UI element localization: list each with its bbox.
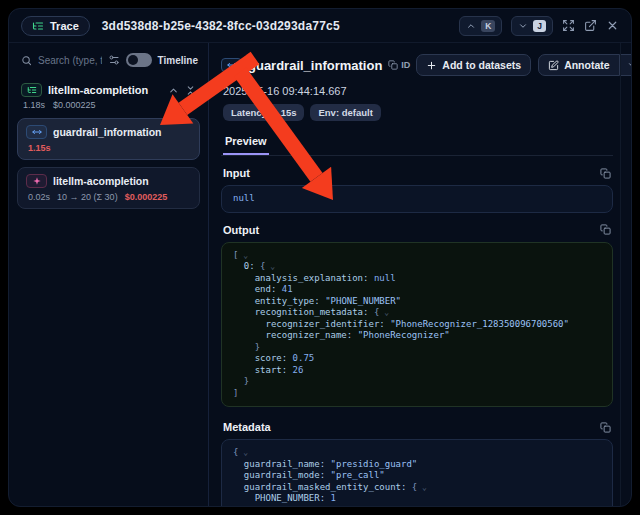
copy-icon	[600, 422, 611, 433]
annotate-dropdown-button[interactable]	[620, 54, 632, 76]
search-input[interactable]	[38, 55, 102, 66]
observation-detail-panel: guardrail_information ID Add to datasets…	[209, 43, 631, 506]
chevron-down-icon	[518, 21, 528, 31]
trace-id: 3dd538d8-b25e-4382-8fcc-03d293da77c5	[102, 19, 340, 33]
copy-icon	[600, 168, 611, 179]
move-horizontal-icon	[227, 60, 237, 70]
timeline-label: Timeline	[158, 55, 198, 66]
copy-id-button[interactable]: ID	[388, 60, 410, 70]
close-icon	[606, 19, 619, 32]
trace-detail-window: Trace 3dd538d8-b25e-4382-8fcc-03d293da77…	[8, 8, 632, 507]
move-horizontal-icon	[32, 127, 42, 137]
copy-output-button[interactable]	[600, 224, 611, 235]
span-type-badge	[221, 58, 242, 72]
root-latency: 1.18s	[23, 100, 45, 110]
tab-bar: Preview	[221, 131, 613, 156]
output-section-title: Output	[223, 224, 600, 236]
open-external-button[interactable]	[584, 19, 597, 32]
copy-input-button[interactable]	[600, 168, 611, 179]
tree-root-item[interactable]: litellm-acompletion	[17, 77, 200, 100]
generation-tokens: 10 → 20 (Σ 30)	[57, 192, 118, 202]
tab-preview[interactable]: Preview	[223, 132, 269, 155]
metadata-section-title: Metadata	[223, 421, 600, 433]
topbar: Trace 3dd538d8-b25e-4382-8fcc-03d293da77…	[9, 9, 631, 43]
root-cost: $0.000225	[53, 100, 96, 110]
span-latency: 1.15s	[28, 143, 51, 153]
tree-item-guardrail-information[interactable]: guardrail_information 1.15s	[17, 118, 200, 160]
expand-icon	[562, 19, 575, 32]
latency-badge: Latency: 1.15s	[223, 104, 304, 121]
toggle-knob	[128, 55, 138, 65]
chevron-up-icon[interactable]	[168, 85, 179, 96]
chevron-down-icon	[627, 60, 632, 70]
annotate-button[interactable]: Annotate	[538, 54, 620, 76]
kbd-j: J	[533, 20, 546, 32]
sliders-icon[interactable]	[108, 54, 120, 66]
annotate-pencil-icon	[548, 60, 559, 71]
plus-icon	[426, 60, 437, 71]
span-title: guardrail_information	[53, 126, 162, 138]
copy-icon	[600, 224, 611, 235]
tree-item-litellm-acompletion[interactable]: litellm-acompletion 0.02s 10 → 20 (Σ 30)…	[17, 167, 200, 209]
env-badge: Env: default	[310, 104, 380, 121]
trace-badge	[21, 83, 42, 97]
generation-badge	[26, 174, 47, 188]
tree-root-title: litellm-acompletion	[48, 84, 162, 96]
trace-tree-sidebar: Timeline litellm-acompletion 1.18s $0.00…	[9, 43, 209, 506]
search-icon	[21, 55, 32, 66]
prev-trace-button[interactable]: K	[459, 16, 502, 36]
add-to-datasets-label: Add to datasets	[442, 59, 521, 71]
metadata-json-viewer[interactable]: { ⌄ guardrail_name: "presidio_guard" gua…	[221, 439, 613, 507]
chevrons-collapse-icon[interactable]	[185, 85, 196, 96]
close-button[interactable]	[606, 19, 619, 32]
sparkles-icon	[32, 176, 42, 186]
input-json-viewer[interactable]: null	[221, 185, 613, 213]
kbd-k: K	[481, 20, 495, 32]
add-to-datasets-button[interactable]: Add to datasets	[416, 54, 531, 76]
generation-latency: 0.02s	[28, 192, 50, 202]
page-title: guardrail_information	[248, 58, 382, 73]
trace-type-label: Trace	[50, 20, 79, 32]
output-json-viewer[interactable]: [ ⌄ 0: { ⌄ analysis_explanation: null en…	[221, 242, 613, 408]
copy-metadata-button[interactable]	[600, 422, 611, 433]
next-trace-button[interactable]: J	[511, 16, 553, 36]
timeline-toggle[interactable]	[126, 53, 152, 67]
chevron-up-icon	[466, 21, 476, 31]
annotate-label: Annotate	[564, 59, 610, 71]
input-section-title: Input	[223, 167, 600, 179]
tree-root-meta: 1.18s $0.000225	[17, 100, 200, 118]
id-label: ID	[401, 60, 410, 70]
list-tree-icon	[32, 20, 44, 32]
copy-icon	[388, 60, 398, 70]
list-tree-icon	[27, 85, 37, 95]
generation-cost: $0.000225	[125, 192, 168, 202]
span-badge	[26, 125, 47, 139]
trace-type-badge[interactable]: Trace	[21, 16, 90, 36]
generation-title: litellm-acompletion	[53, 175, 149, 187]
expand-button[interactable]	[562, 19, 575, 32]
timestamp: 2025-05-16 09:44:14.667	[223, 85, 613, 97]
external-link-icon	[584, 19, 597, 32]
